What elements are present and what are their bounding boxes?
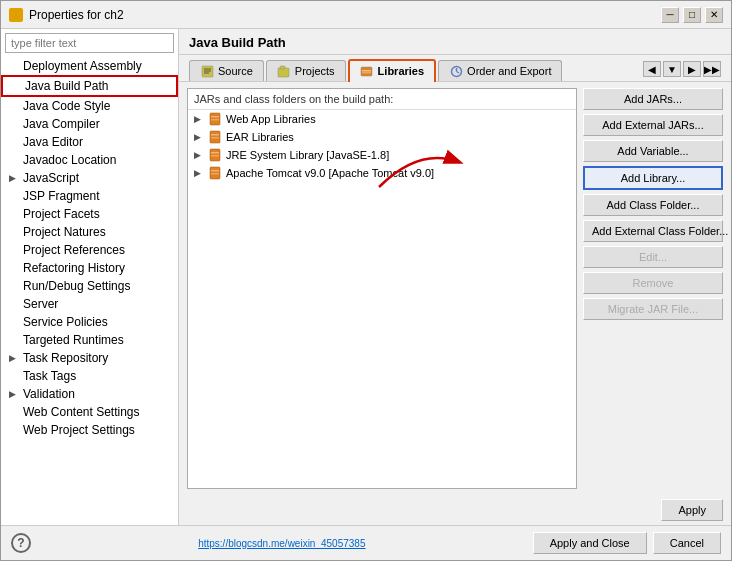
svg-rect-16: [211, 134, 219, 136]
projects-icon: [277, 64, 291, 78]
library-item-jre-system-library[interactable]: ▶JRE System Library [JavaSE-1.8]: [188, 146, 576, 164]
sidebar-item-label: Javadoc Location: [23, 153, 116, 167]
tab-source[interactable]: Source: [189, 60, 264, 81]
tab-libraries[interactable]: Libraries: [348, 59, 436, 82]
libraries-panel: JARs and class folders on the build path…: [187, 88, 577, 489]
sidebar-item-label: Java Compiler: [23, 117, 100, 131]
tab-order-export[interactable]: Order and Export: [438, 60, 562, 81]
apply-button[interactable]: Apply: [661, 499, 723, 521]
sidebar-item-project-natures[interactable]: Project Natures: [1, 223, 178, 241]
sidebar-item-web-project-settings[interactable]: Web Project Settings: [1, 421, 178, 439]
footer-link[interactable]: https://blogcsdn.me/weixin_45057385: [198, 538, 365, 549]
edit-button: Edit...: [583, 246, 723, 268]
window-title: Properties for ch2: [29, 8, 124, 22]
tab-dropdown-button[interactable]: ▼: [663, 61, 681, 77]
add-external-class-folder-button[interactable]: Add External Class Folder...: [583, 220, 723, 242]
add-library-button[interactable]: Add Library...: [583, 166, 723, 190]
tab-back-button[interactable]: ◀: [643, 61, 661, 77]
sidebar-item-java-editor[interactable]: Java Editor: [1, 133, 178, 151]
library-item-ear-libraries[interactable]: ▶EAR Libraries: [188, 128, 576, 146]
apply-and-close-button[interactable]: Apply and Close: [533, 532, 647, 554]
nav-list: Deployment AssemblyJava Build PathJava C…: [1, 57, 178, 525]
expand-icon: ▶: [194, 132, 204, 142]
sidebar-item-refactoring-history[interactable]: Refactoring History: [1, 259, 178, 277]
jar-icon: [208, 148, 222, 162]
library-item-apache-tomcat[interactable]: ▶Apache Tomcat v9.0 [Apache Tomcat v9.0]: [188, 164, 576, 182]
window-icon: [9, 8, 23, 22]
tab-projects[interactable]: Projects: [266, 60, 346, 81]
cancel-button[interactable]: Cancel: [653, 532, 721, 554]
maximize-button[interactable]: □: [683, 7, 701, 23]
sidebar-item-javadoc-location[interactable]: Javadoc Location: [1, 151, 178, 169]
svg-line-11: [456, 71, 459, 73]
add-jars-button[interactable]: Add JARs...: [583, 88, 723, 110]
svg-rect-4: [278, 68, 289, 77]
right-panel: Java Build Path Source Projects: [179, 29, 731, 525]
sidebar-item-javascript[interactable]: ▶JavaScript: [1, 169, 178, 187]
sidebar-item-service-policies[interactable]: Service Policies: [1, 313, 178, 331]
sidebar-item-label: Validation: [23, 387, 75, 401]
svg-rect-22: [211, 170, 219, 172]
tab-order-export-label: Order and Export: [467, 65, 551, 77]
sidebar-item-jsp-fragment[interactable]: JSP Fragment: [1, 187, 178, 205]
remove-button: Remove: [583, 272, 723, 294]
inner-apply-row: Apply: [179, 495, 731, 525]
sidebar-item-validation[interactable]: ▶Validation: [1, 385, 178, 403]
tab-forward-button[interactable]: ▶: [683, 61, 701, 77]
sidebar-item-task-tags[interactable]: Task Tags: [1, 367, 178, 385]
expand-icon: ▶: [194, 168, 204, 178]
svg-rect-17: [211, 137, 219, 139]
sidebar-item-label: Targeted Runtimes: [23, 333, 124, 347]
svg-rect-5: [280, 66, 285, 69]
sidebar-item-web-content-settings[interactable]: Web Content Settings: [1, 403, 178, 421]
add-class-folder-button[interactable]: Add Class Folder...: [583, 194, 723, 216]
right-header: Java Build Path: [179, 29, 731, 55]
title-controls: ─ □ ✕: [661, 7, 723, 23]
svg-rect-23: [211, 173, 219, 175]
tab-navigation: ◀ ▼ ▶ ▶▶: [643, 61, 721, 81]
sidebar-item-label: Web Project Settings: [23, 423, 135, 437]
sidebar-item-java-code-style[interactable]: Java Code Style: [1, 97, 178, 115]
sidebar-item-label: Service Policies: [23, 315, 108, 329]
sidebar-item-label: Java Editor: [23, 135, 83, 149]
sidebar-item-java-compiler[interactable]: Java Compiler: [1, 115, 178, 133]
order-icon: [449, 64, 463, 78]
sidebar-item-task-repository[interactable]: ▶Task Repository: [1, 349, 178, 367]
filter-input[interactable]: [5, 33, 174, 53]
library-label: JRE System Library [JavaSE-1.8]: [226, 149, 389, 161]
sidebar-item-run-debug-settings[interactable]: Run/Debug Settings: [1, 277, 178, 295]
svg-rect-19: [211, 152, 219, 154]
library-item-web-app-libraries[interactable]: ▶Web App Libraries: [188, 110, 576, 128]
sidebar-item-server[interactable]: Server: [1, 295, 178, 313]
sidebar-item-label: Refactoring History: [23, 261, 125, 275]
sidebar-item-label: Run/Debug Settings: [23, 279, 130, 293]
sidebar-item-label: JSP Fragment: [23, 189, 99, 203]
add-external-jars-button[interactable]: Add External JARs...: [583, 114, 723, 136]
sidebar-item-project-facets[interactable]: Project Facets: [1, 205, 178, 223]
tab-forward2-button[interactable]: ▶▶: [703, 61, 721, 77]
expand-icon: ▶: [194, 150, 204, 160]
minimize-button[interactable]: ─: [661, 7, 679, 23]
svg-rect-7: [362, 70, 371, 72]
main-area: JARs and class folders on the build path…: [179, 82, 731, 495]
library-label: Web App Libraries: [226, 113, 316, 125]
close-button[interactable]: ✕: [705, 7, 723, 23]
tab-libraries-label: Libraries: [378, 65, 424, 77]
help-icon[interactable]: ?: [11, 533, 31, 553]
sidebar-item-targeted-runtimes[interactable]: Targeted Runtimes: [1, 331, 178, 349]
sidebar-item-label: Project Natures: [23, 225, 106, 239]
expand-icon: ▶: [9, 353, 19, 363]
libraries-description: JARs and class folders on the build path…: [188, 89, 576, 110]
sidebar-item-label: Web Content Settings: [23, 405, 140, 419]
sidebar-item-label: Project References: [23, 243, 125, 257]
jar-icon: [208, 112, 222, 126]
sidebar-item-label: Java Build Path: [25, 79, 108, 93]
add-variable-button[interactable]: Add Variable...: [583, 140, 723, 162]
source-icon: [200, 64, 214, 78]
library-label: EAR Libraries: [226, 131, 294, 143]
sidebar-item-deployment-assembly[interactable]: Deployment Assembly: [1, 57, 178, 75]
sidebar-item-project-references[interactable]: Project References: [1, 241, 178, 259]
sidebar-item-label: Project Facets: [23, 207, 100, 221]
sidebar-item-java-build-path[interactable]: Java Build Path: [1, 75, 178, 97]
main-window: Properties for ch2 ─ □ ✕ Deployment Asse…: [0, 0, 732, 561]
